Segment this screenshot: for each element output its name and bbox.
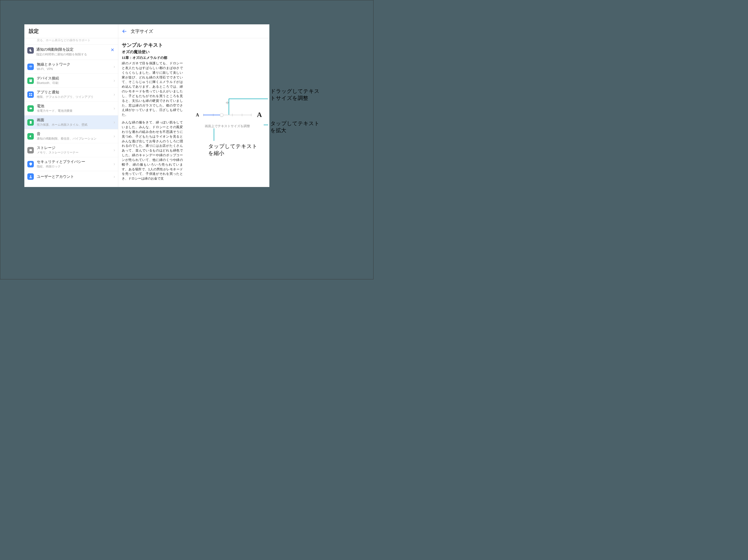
dnd-tip-sub: 指定の時間帯に通知の鳴動を制限する	[36, 52, 108, 57]
callout-tap-small: タップしてテキストを縮小	[208, 143, 258, 157]
row-wireless-title: 無線とネットワーク	[37, 62, 112, 67]
small-a-button[interactable]: A	[196, 113, 199, 118]
callout-line	[214, 128, 214, 141]
wifi-icon	[27, 64, 34, 70]
sample-para-2: みんな緑の服をきて、緑っぽい肌をしていました。みんな、ドロシーとその風変わりな連…	[122, 120, 183, 181]
device-screenshot: 設定 戻る、ホーム表示などの操作をサポート 通知の鳴動制限を設定 指定の時間帯に…	[24, 24, 270, 187]
row-wireless-sub: Wi-Fi、VPN	[37, 67, 112, 71]
svg-rect-5	[31, 95, 32, 96]
row-security[interactable]: セキュリティとプライバシー指紋、画面ロック ›	[24, 157, 118, 171]
row-storage-title: ストレージ	[37, 146, 112, 150]
svg-rect-8	[29, 121, 31, 124]
chevron-right-icon: ›	[112, 64, 117, 69]
display-icon	[27, 119, 34, 126]
row-battery[interactable]: 電池省電力モード、電池消費量 ›	[24, 102, 118, 116]
back-icon[interactable]	[122, 29, 127, 34]
svg-rect-1	[30, 80, 31, 80]
detail-pane: 文字サイズ サンプル テキスト オズの魔法使い 11章：オズのエメラルドの都 緑…	[118, 24, 270, 187]
svg-rect-2	[29, 93, 30, 94]
settings-title: 設定	[24, 24, 118, 38]
large-a-button[interactable]: A	[257, 111, 262, 119]
svg-point-10	[30, 175, 31, 176]
shield-icon	[27, 161, 34, 167]
row-sound-title: 音	[37, 131, 112, 136]
device-icon	[27, 77, 34, 84]
sample-heading: サンプル テキスト	[122, 42, 183, 48]
detail-title: 文字サイズ	[131, 28, 153, 34]
row-wireless[interactable]: 無線とネットワークWi-Fi、VPN ›	[24, 60, 118, 74]
chevron-right-icon: ›	[112, 106, 117, 111]
user-icon	[27, 173, 34, 180]
slider-mid-label: 中	[185, 101, 270, 105]
row-users-title: ユーザーとアカウント	[37, 174, 112, 179]
chevron-right-icon: ›	[112, 120, 117, 125]
row-battery-title: 電池	[37, 104, 112, 108]
text-size-slider[interactable]	[203, 115, 252, 115]
settings-pane: 設定 戻る、ホーム表示などの操作をサポート 通知の鳴動制限を設定 指定の時間帯に…	[24, 24, 118, 187]
moon-icon	[27, 47, 34, 54]
callout-tap-large: タップしてテキストを拡大	[271, 120, 320, 134]
row-users[interactable]: ユーザーとアカウント ›	[24, 171, 118, 182]
battery-icon	[27, 105, 34, 112]
chevron-right-icon: ›	[112, 174, 117, 179]
svg-rect-0	[29, 79, 32, 82]
row-security-title: セキュリティとプライバシー	[37, 160, 112, 164]
row-display-sub: 視力保護、ホーム画面スタイル、壁紙	[37, 123, 112, 127]
sound-icon	[27, 133, 34, 140]
row-storage-sub: メモリ、ストレージクリーナー	[37, 150, 112, 155]
row-storage[interactable]: ストレージメモリ、ストレージクリーナー ›	[24, 143, 118, 157]
storage-icon	[27, 147, 34, 153]
callout-line	[229, 99, 268, 99]
row-apps-title: アプリと通知	[37, 90, 112, 95]
chevron-right-icon: ›	[112, 92, 117, 97]
chevron-right-icon: ›	[112, 78, 117, 83]
callout-line	[229, 99, 229, 115]
row-display-title: 画面	[37, 118, 112, 122]
text-size-slider-area: 中 A A 画面上でテキストサイズを調整	[185, 38, 270, 187]
chevron-right-icon: ›	[112, 147, 117, 153]
row-battery-sub: 省電力モード、電池消費量	[37, 109, 112, 113]
row-device-title: デバイス接続	[37, 76, 112, 81]
row-device-sub: Bluetooth、印刷	[37, 81, 112, 85]
svg-rect-7	[31, 108, 32, 109]
chevron-right-icon: ›	[112, 162, 117, 167]
callout-drag: ドラッグしてテキストサイズを調整	[271, 88, 320, 102]
row-display[interactable]: 画面視力保護、ホーム画面スタイル、壁紙 ›	[24, 116, 118, 129]
dnd-tip-card[interactable]: 通知の鳴動制限を設定 指定の時間帯に通知の鳴動を制限する ✕	[24, 45, 118, 60]
row-apps-sub: 権限、デフォルトのアプリ、ツインアプリ	[37, 95, 112, 99]
apps-icon	[27, 91, 34, 98]
row-apps[interactable]: アプリと通知権限、デフォルトのアプリ、ツインアプリ ›	[24, 88, 118, 102]
row-sound-sub: 通知の鳴動制限、着信音、バイブレーション	[37, 137, 112, 141]
row-sound[interactable]: 音通知の鳴動制限、着信音、バイブレーション ›	[24, 129, 118, 143]
sample-chapter: 11章：オズのエメラルドの都	[122, 56, 183, 60]
slider-thumb[interactable]	[220, 113, 224, 117]
sample-text-block: サンプル テキスト オズの魔法使い 11章：オズのエメラルドの都 緑のメガネで目…	[118, 38, 185, 187]
callout-line	[264, 125, 268, 125]
previous-item-subtext: 戻る、ホーム表示などの操作をサポート	[24, 38, 118, 45]
close-icon[interactable]: ✕	[110, 47, 115, 53]
svg-rect-3	[31, 93, 32, 94]
sample-subheading: オズの魔法使い	[122, 49, 183, 55]
row-device-connect[interactable]: デバイス接続Bluetooth、印刷 ›	[24, 74, 118, 88]
svg-rect-4	[29, 95, 30, 96]
chevron-right-icon: ›	[112, 133, 117, 139]
svg-rect-6	[29, 107, 32, 109]
row-security-sub: 指紋、画面ロック	[37, 164, 112, 169]
sample-para-1: 緑のメガネで目を保護しても、ドロシーと友人たちはすばらしい都のまばゆさでくらくら…	[122, 61, 183, 117]
svg-rect-9	[29, 149, 32, 151]
slider-caption: 画面上でテキストサイズを調整	[185, 124, 270, 128]
dnd-tip-title: 通知の鳴動制限を設定	[36, 47, 108, 52]
